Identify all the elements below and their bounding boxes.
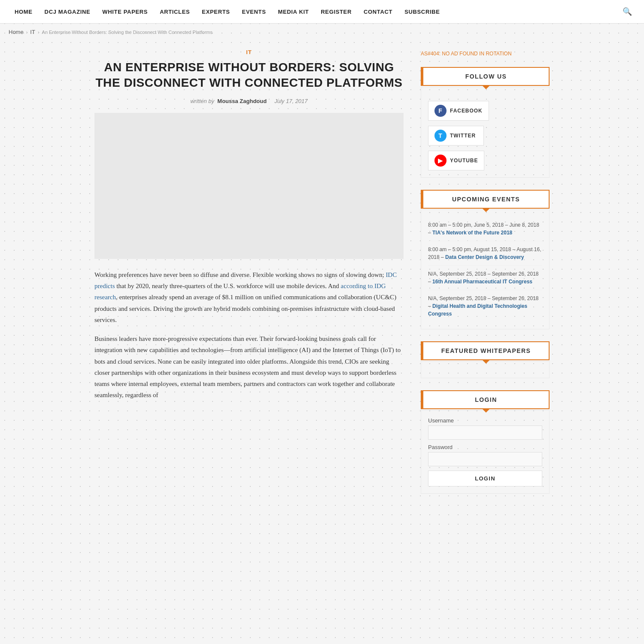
- facebook-icon: f: [434, 105, 447, 117]
- page-wrapper: IT AN ENTERPRISE WITHOUT BORDERS: SOLVIN…: [86, 40, 558, 514]
- event-3-link[interactable]: 16th Annual Pharmaceutical IT Congress: [432, 279, 532, 285]
- follow-us-widget: FOLLOW US f FACEBOOK t TWITTER ▶ YOUTUBE: [421, 67, 550, 178]
- breadcrumb-article: An Enterprise Without Borders: Solving t…: [42, 30, 213, 35]
- breadcrumb-sep1: ›: [26, 30, 28, 35]
- event-item-1: 8:00 am – 5:00 pm, June 5, 2018 – June 8…: [428, 217, 542, 241]
- youtube-button[interactable]: ▶ YOUTUBE: [428, 151, 484, 170]
- breadcrumb-sep2: ›: [38, 30, 39, 35]
- youtube-label: YOUTUBE: [450, 158, 478, 164]
- upcoming-events-body: 8:00 am – 5:00 pm, June 5, 2018 – June 8…: [421, 210, 550, 329]
- upcoming-events-widget: UPCOMING EVENTS 8:00 am – 5:00 pm, June …: [421, 190, 550, 329]
- article-title: AN ENTERPRISE WITHOUT BORDERS: SOLVING T…: [94, 60, 404, 91]
- twitter-label: TWITTER: [450, 133, 476, 139]
- nav-subscribe[interactable]: SUBSCRIBE: [398, 0, 446, 24]
- nav-dcj-magazine[interactable]: DCJ MAGAZINE: [39, 0, 97, 24]
- login-widget: LOGIN Username Password LOGIN: [421, 390, 550, 494]
- main-content: IT AN ENTERPRISE WITHOUT BORDERS: SOLVIN…: [94, 49, 404, 506]
- article-date: July 17, 2017: [274, 98, 307, 104]
- event-item-3: N/A, September 25, 2018 – September 26, …: [428, 266, 542, 290]
- article-body: Working preferences have never been so d…: [94, 269, 404, 401]
- facebook-button[interactable]: f FACEBOOK: [428, 101, 489, 121]
- event-item-2: 8:00 am – 5:00 pm, August 15, 2018 – Aug…: [428, 241, 542, 266]
- nav-experts[interactable]: EXPERTS: [196, 0, 236, 24]
- written-by-label: written by: [190, 98, 214, 104]
- username-label: Username: [428, 417, 542, 424]
- youtube-icon: ▶: [434, 155, 447, 167]
- event-2-link[interactable]: Data Center Design & Discovery: [445, 254, 524, 260]
- featured-whitepapers-title: FEATURED WHITEPAPERS: [421, 341, 550, 360]
- breadcrumb: Home › IT › An Enterprise Without Border…: [0, 24, 644, 40]
- nav-media-kit[interactable]: MEDIA KIT: [272, 0, 315, 24]
- nav-events[interactable]: EVENTS: [236, 0, 272, 24]
- twitter-button[interactable]: t TWITTER: [428, 126, 484, 146]
- breadcrumb-home[interactable]: Home: [9, 29, 24, 35]
- article-featured-image: [94, 113, 404, 259]
- article-paragraph-2: Business leaders have more-progressive e…: [94, 333, 404, 401]
- follow-us-body: f FACEBOOK t TWITTER ▶ YOUTUBE: [421, 87, 550, 178]
- username-input[interactable]: [428, 425, 542, 440]
- password-input[interactable]: [428, 452, 542, 466]
- login-body: Username Password LOGIN: [421, 410, 550, 494]
- nav-register[interactable]: REGISTER: [315, 0, 358, 24]
- password-label: Password: [428, 444, 542, 450]
- navigation: HOME DCJ MAGAZINE WHITE PAPERS ARTICLES …: [0, 0, 644, 24]
- facebook-label: FACEBOOK: [450, 108, 483, 114]
- article-paragraph-1: Working preferences have never been so d…: [94, 269, 404, 325]
- article-meta: written by Moussa Zaghdoud July 17, 2017: [94, 98, 404, 104]
- idg-research-link[interactable]: according to IDG research: [94, 283, 386, 301]
- search-icon[interactable]: 🔍: [619, 7, 635, 16]
- login-button[interactable]: LOGIN: [428, 471, 542, 486]
- sidebar-ad: AS#404: NO AD FOUND IN ROTATION: [421, 49, 550, 58]
- login-title: LOGIN: [421, 390, 550, 409]
- breadcrumb-it[interactable]: IT: [30, 29, 35, 35]
- event-1-link[interactable]: TIA's Network of the Future 2018: [432, 230, 512, 236]
- featured-whitepapers-widget: FEATURED WHITEPAPERS: [421, 341, 550, 378]
- article-author: Moussa Zaghdoud: [217, 98, 267, 104]
- social-buttons: f FACEBOOK t TWITTER ▶ YOUTUBE: [428, 101, 542, 170]
- follow-us-title: FOLLOW US: [421, 67, 550, 86]
- nav-articles[interactable]: ARTICLES: [154, 0, 196, 24]
- article-category: IT: [94, 49, 404, 55]
- featured-whitepapers-body: [421, 361, 550, 378]
- event-item-4: N/A, September 25, 2018 – September 26, …: [428, 290, 542, 322]
- sidebar: AS#404: NO AD FOUND IN ROTATION FOLLOW U…: [421, 49, 550, 506]
- upcoming-events-title: UPCOMING EVENTS: [421, 190, 550, 209]
- twitter-icon: t: [434, 130, 447, 142]
- nav-white-papers[interactable]: WHITE PAPERS: [96, 0, 154, 24]
- nav-home[interactable]: HOME: [9, 0, 39, 24]
- nav-contact[interactable]: CONTACT: [358, 0, 398, 24]
- event-4-link[interactable]: Digital Health and Digital Technologies …: [428, 303, 527, 317]
